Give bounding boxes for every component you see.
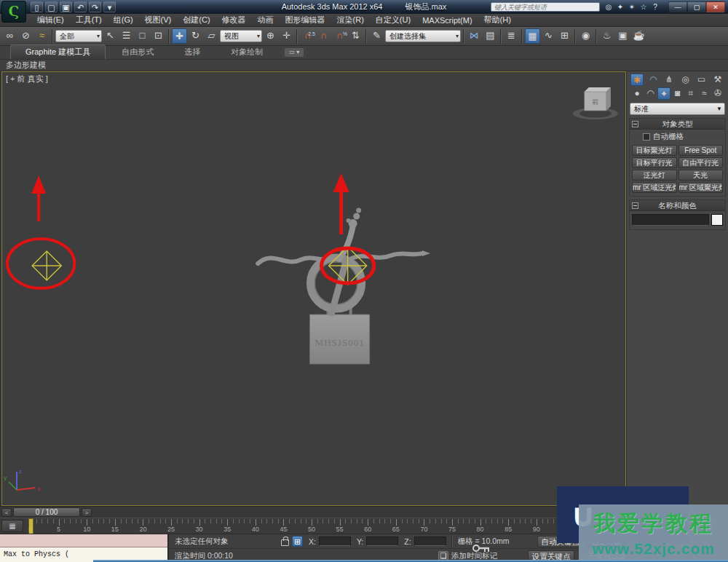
ribbon-minimize-icon[interactable]: ▭ ▾: [285, 48, 304, 57]
menu-help[interactable]: 帮助(H): [479, 14, 516, 26]
render-setup-icon[interactable]: ♨: [599, 28, 614, 44]
viewport-label[interactable]: [ + 前 真实 ]: [6, 74, 48, 84]
keyboard-shortcut-key-icon[interactable]: [472, 539, 491, 557]
free-direct-button[interactable]: 自由平行光: [678, 157, 724, 168]
save-file-icon[interactable]: ▣: [60, 1, 72, 12]
collapse-icon[interactable]: [632, 121, 638, 127]
mr-area-omni-button[interactable]: mr 区域泛光灯: [632, 182, 677, 193]
viewport-front[interactable]: [ + 前 真实 ] 前: [1, 71, 626, 506]
x-coord-field[interactable]: [319, 537, 351, 546]
search-icon[interactable]: ◎: [603, 3, 614, 11]
object-name-field[interactable]: [632, 214, 709, 226]
sign-in-icon[interactable]: ✦: [614, 3, 626, 11]
help-icon[interactable]: ?: [649, 3, 661, 11]
tab-object-paint[interactable]: 对象绘制: [216, 45, 277, 59]
omni-light-gizmo-left[interactable]: [32, 251, 61, 280]
snaps-toggle-icon[interactable]: ∩2.5: [300, 28, 315, 44]
polygon-modeling-panel-label[interactable]: 多边形建模: [0, 60, 46, 71]
named-selection-sets-dropdown[interactable]: 创建选择集▾: [385, 30, 461, 42]
menu-tools[interactable]: 工具(T): [71, 14, 107, 26]
render-production-icon[interactable]: ☕: [631, 28, 646, 44]
selection-lock-icon[interactable]: [281, 539, 289, 546]
macro-recorder-pane[interactable]: [0, 534, 167, 547]
layer-manager-icon[interactable]: ≣: [504, 28, 519, 44]
tab-freeform[interactable]: 自由形式: [107, 45, 168, 59]
tab-create[interactable]: ✱: [630, 74, 644, 86]
target-spotlight-button[interactable]: 目标聚光灯: [632, 145, 677, 156]
edit-named-selection-sets-icon[interactable]: ✎: [369, 28, 384, 44]
create-helpers-icon[interactable]: ⌗: [684, 87, 697, 100]
viewport-canvas[interactable]: 前 MHSJS001: [2, 72, 625, 505]
autogrid-checkbox[interactable]: [643, 133, 650, 140]
menu-views[interactable]: 视图(V): [140, 14, 177, 26]
graphite-ribbon-toggle-icon[interactable]: ▦: [525, 28, 540, 44]
window-crossing-icon[interactable]: ⊡: [151, 28, 166, 44]
bind-to-space-warp-icon[interactable]: ≈: [34, 28, 50, 44]
menu-customize[interactable]: 自定义(U): [371, 14, 416, 26]
select-and-link-icon[interactable]: ∞: [2, 28, 17, 44]
unlink-selection-icon[interactable]: ⊘: [18, 28, 33, 44]
favorites-star-icon[interactable]: ☆: [638, 3, 649, 11]
menu-modifiers[interactable]: 修改器: [217, 14, 251, 26]
light-category-dropdown[interactable]: 标准▼: [630, 103, 725, 115]
schematic-view-icon[interactable]: ⊞: [557, 28, 572, 44]
select-and-manipulate-icon[interactable]: ✛: [279, 28, 294, 44]
select-and-move-icon[interactable]: ✚: [172, 28, 187, 44]
model-silver-figure[interactable]: MHSJS001: [258, 208, 430, 365]
open-file-icon[interactable]: ▢: [45, 1, 58, 12]
rectangular-selection-region-icon[interactable]: □: [135, 28, 150, 44]
communication-center-icon[interactable]: ✴: [626, 3, 638, 11]
tab-selection[interactable]: 选择: [170, 45, 215, 59]
menu-edit[interactable]: 编辑(E): [32, 14, 69, 26]
align-icon[interactable]: ▤: [483, 28, 498, 44]
quick-access-dropdown-icon[interactable]: ▾: [103, 1, 116, 12]
tab-motion[interactable]: ◎: [679, 74, 692, 86]
use-pivot-point-center-icon[interactable]: ⊕: [263, 28, 278, 44]
tab-utilities[interactable]: ⚒: [711, 74, 724, 86]
selection-filter-dropdown[interactable]: 全部▾: [55, 30, 102, 42]
menu-maxscript[interactable]: MAXScript(M): [417, 15, 477, 25]
collapse-icon[interactable]: [632, 202, 638, 209]
mirror-icon[interactable]: ⋈: [467, 28, 482, 44]
track-ruler[interactable]: ▦ 51015202530354045505560657075808590950: [0, 518, 626, 534]
tab-modify[interactable]: ◠: [646, 74, 660, 86]
create-spacewarps-icon[interactable]: ≈: [698, 87, 711, 100]
infocenter-search-input[interactable]: [491, 2, 600, 12]
menu-animation[interactable]: 动画: [253, 14, 279, 26]
object-type-rollout-header[interactable]: 对象类型: [630, 119, 725, 130]
spinner-snap-toggle-icon[interactable]: ⇅: [348, 28, 363, 44]
skylight-button[interactable]: 天光: [678, 170, 724, 181]
viewcube[interactable]: 前: [573, 87, 618, 119]
mini-curve-editor-icon[interactable]: ▦: [1, 520, 23, 532]
maximize-button[interactable]: ▢: [687, 1, 706, 12]
tab-display[interactable]: ▭: [695, 74, 708, 86]
create-geometry-icon[interactable]: ●: [630, 87, 644, 100]
time-slider-track[interactable]: < 0 / 100 >: [0, 506, 626, 518]
target-direct-button[interactable]: 目标平行光: [632, 157, 677, 168]
menu-group[interactable]: 组(G): [108, 14, 138, 26]
material-editor-icon[interactable]: ◉: [578, 28, 593, 44]
name-color-rollout-header[interactable]: 名称和颜色: [630, 200, 725, 211]
percent-snap-toggle-icon[interactable]: ∩%: [332, 28, 347, 44]
time-slider-handle[interactable]: 0 / 100: [13, 507, 80, 517]
new-file-icon[interactable]: ▯: [31, 1, 43, 12]
app-logo-icon[interactable]: Ϛ: [1, 1, 26, 23]
previous-frame-button[interactable]: <: [1, 508, 12, 517]
create-cameras-icon[interactable]: ◙: [671, 87, 684, 100]
next-frame-button[interactable]: >: [82, 508, 92, 517]
omni-button[interactable]: 泛光灯: [632, 170, 677, 181]
select-by-name-icon[interactable]: ☰: [119, 28, 134, 44]
create-lights-icon[interactable]: ✦: [657, 87, 670, 100]
menu-rendering[interactable]: 渲染(R): [332, 14, 369, 26]
free-spot-button[interactable]: Free Spot: [678, 145, 724, 156]
redo-icon[interactable]: ↷: [89, 1, 101, 12]
tab-hierarchy[interactable]: ⋔: [662, 74, 676, 86]
select-and-scale-icon[interactable]: ▱: [204, 28, 219, 44]
maxscript-mini-listener[interactable]: Max to Physcs (: [0, 534, 169, 562]
absolute-mode-icon[interactable]: ⊞: [292, 536, 303, 547]
create-systems-icon[interactable]: ✇: [711, 87, 724, 100]
undo-icon[interactable]: ↶: [74, 1, 87, 12]
mr-area-spot-button[interactable]: mr 区域聚光灯: [678, 182, 724, 193]
z-coord-field[interactable]: [414, 537, 446, 546]
select-and-rotate-icon[interactable]: ↻: [188, 28, 203, 44]
